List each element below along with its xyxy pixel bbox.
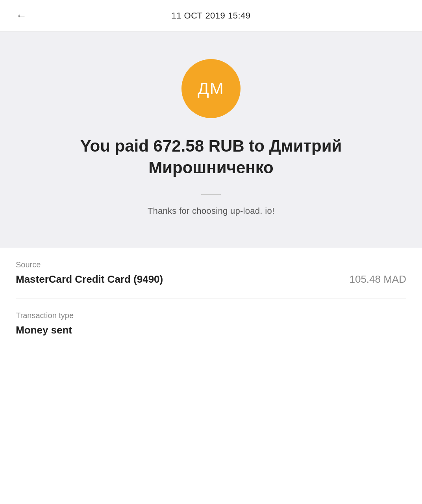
back-button[interactable]: ← [13,6,30,25]
header: ← 11 ОСТ 2019 15:49 [0,0,422,32]
details-section: Source MasterCard Credit Card (9490) 105… [0,248,422,349]
source-value: MasterCard Credit Card (9490) [16,273,163,285]
transaction-type-value: Money sent [16,324,72,336]
transaction-type-row: Transaction type Money sent [16,298,406,349]
source-amount: 105.48 MAD [349,273,406,285]
source-row: Source MasterCard Credit Card (9490) 105… [16,248,406,298]
source-value-row: MasterCard Credit Card (9490) 105.48 MAD [16,273,406,285]
source-label: Source [16,260,406,269]
payment-title: You paid 672.58 RUB to Дмитрий Мирошниче… [54,135,368,178]
transaction-type-value-row: Money sent [16,324,406,336]
hero-section: ДМ You paid 672.58 RUB to Дмитрий Мирошн… [0,32,422,248]
transaction-type-label: Transaction type [16,311,406,320]
avatar: ДМ [181,59,241,118]
avatar-initials: ДМ [198,79,224,98]
back-arrow-icon: ← [16,9,27,22]
thanks-text: Thanks for choosing up-load. io! [148,206,275,216]
header-title: 11 ОСТ 2019 15:49 [171,11,250,21]
divider [201,194,221,195]
